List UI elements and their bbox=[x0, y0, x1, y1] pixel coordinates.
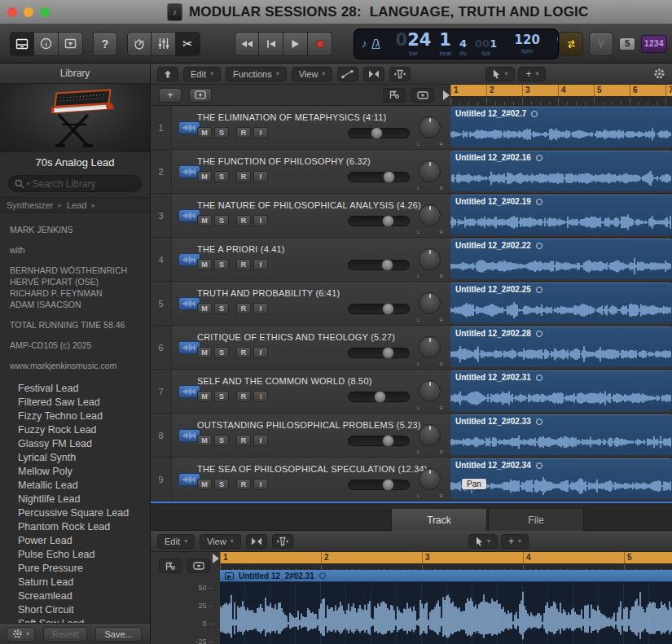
solo-button[interactable]: S bbox=[214, 303, 229, 314]
volume-slider[interactable] bbox=[348, 480, 410, 490]
record-enable-button[interactable]: R bbox=[236, 303, 251, 314]
region-play-icon[interactable]: ▶ bbox=[225, 572, 234, 580]
solo-button[interactable]: S bbox=[214, 127, 229, 138]
track-row[interactable]: 2 THE FUNCTION OF PHILOSOPHY (6.32) M S … bbox=[151, 150, 672, 194]
volume-slider-knob[interactable] bbox=[382, 479, 394, 491]
input-monitoring-button[interactable]: I bbox=[253, 435, 268, 446]
volume-slider[interactable] bbox=[348, 392, 410, 402]
track-row[interactable]: 6 CRITIQUE OF ETHICS AND THEOLOGY (5.27)… bbox=[151, 326, 672, 370]
track-name[interactable]: THE NATURE OF PHILOSOPHICAL ANALYSIS (4.… bbox=[197, 200, 421, 210]
duplicate-track-button[interactable] bbox=[189, 88, 212, 103]
pan-knob[interactable]: L R bbox=[419, 292, 441, 314]
input-monitoring-button[interactable]: I bbox=[253, 259, 268, 270]
automation-button[interactable] bbox=[337, 67, 358, 81]
audio-region[interactable]: Untitled 12_2#02.7 bbox=[450, 107, 672, 147]
track-name[interactable]: TRUTH AND PROBABILITY (6:41) bbox=[197, 288, 340, 298]
volume-slider-knob[interactable] bbox=[374, 391, 386, 403]
library-list-item[interactable]: Phantom Rock Lead bbox=[18, 520, 150, 534]
close-button[interactable] bbox=[7, 7, 17, 17]
library-list-item[interactable]: Nightlife Lead bbox=[18, 493, 150, 506]
track-row[interactable]: 5 TRUTH AND PROBABILITY (6:41) M S R I L… bbox=[151, 282, 672, 326]
library-list-item[interactable]: Mellow Poly bbox=[18, 465, 150, 479]
audio-region[interactable]: Untitled 12_2#02.16 bbox=[450, 151, 672, 191]
revert-button[interactable]: Revert bbox=[43, 627, 87, 642]
input-monitoring-button[interactable]: I bbox=[253, 479, 268, 490]
library-list-item[interactable]: Pure Pressure bbox=[18, 562, 150, 576]
volume-slider[interactable] bbox=[348, 128, 410, 138]
mute-button[interactable]: M bbox=[197, 215, 212, 226]
edit-menu[interactable]: Edit▾ bbox=[183, 67, 221, 81]
audio-region[interactable]: Untitled 12_2#02.28 bbox=[450, 326, 672, 367]
library-list-item[interactable]: Saturn Lead bbox=[18, 576, 150, 589]
mute-button[interactable]: M bbox=[197, 259, 212, 270]
zoom-button[interactable] bbox=[40, 7, 50, 17]
volume-slider-knob[interactable] bbox=[382, 215, 394, 227]
volume-slider-knob[interactable] bbox=[382, 347, 394, 359]
smart-controls-button[interactable] bbox=[127, 32, 152, 56]
functions-menu[interactable]: Functions▾ bbox=[226, 67, 287, 81]
volume-slider-knob[interactable] bbox=[382, 303, 394, 315]
track-row[interactable]: 7 SELF AND THE COMMON WORLD (8.50) M S R… bbox=[151, 370, 672, 414]
volume-slider-knob[interactable] bbox=[383, 171, 395, 183]
search-input[interactable] bbox=[33, 178, 130, 190]
mute-button[interactable]: M bbox=[197, 347, 212, 358]
pan-knob[interactable]: L R bbox=[419, 116, 441, 138]
save-button[interactable]: Save... bbox=[95, 627, 141, 642]
tuner-button[interactable] bbox=[589, 32, 613, 56]
search-filter-chevron[interactable]: ▾ bbox=[27, 181, 30, 187]
record-enable-button[interactable]: R bbox=[236, 479, 251, 490]
record-enable-button[interactable]: R bbox=[236, 171, 251, 182]
tab-track[interactable]: Track bbox=[391, 509, 487, 531]
editors-button[interactable]: ✂ bbox=[176, 32, 200, 56]
editor-view-menu[interactable]: View▾ bbox=[200, 534, 241, 549]
audio-region[interactable]: Untitled 12_2#02.19 bbox=[450, 195, 672, 235]
cycle-range-band[interactable]: 1234567 bbox=[450, 85, 672, 96]
minimize-button[interactable] bbox=[24, 7, 33, 17]
pan-knob[interactable]: L R bbox=[419, 204, 441, 226]
track-zoom-collapse-button[interactable] bbox=[411, 88, 434, 103]
command-click-tool-menu[interactable]: + ▾ bbox=[518, 67, 546, 81]
library-list-item[interactable]: Lyrical Synth bbox=[18, 451, 150, 465]
audio-region[interactable]: Untitled 12_2#02.25 bbox=[450, 283, 672, 323]
editor-region-header[interactable]: ▶ Untitled 12_2#02.31 bbox=[220, 570, 672, 582]
editor-flag-button[interactable] bbox=[159, 559, 182, 573]
audio-region[interactable]: Untitled 12_2#02.31 bbox=[450, 370, 672, 411]
record-enable-button[interactable]: R bbox=[236, 127, 251, 138]
editor-pointer-tool-menu[interactable]: ▾ bbox=[468, 534, 498, 549]
track-settings-gear-button[interactable] bbox=[653, 68, 665, 80]
library-list-item[interactable]: Festival Lead bbox=[18, 382, 150, 396]
record-button[interactable] bbox=[308, 32, 332, 56]
master-solo-button[interactable]: S bbox=[619, 37, 635, 50]
record-enable-button[interactable]: R bbox=[236, 435, 251, 446]
track-name[interactable]: OUTSTANDING PHILOSOPHICAL PROBLEMS (5.23… bbox=[197, 420, 421, 430]
audio-region[interactable]: Untitled 12_2#02.22 bbox=[450, 239, 672, 279]
solo-button[interactable]: S bbox=[214, 215, 229, 226]
mute-button[interactable]: M bbox=[197, 435, 212, 446]
pan-knob[interactable]: L R bbox=[419, 336, 441, 358]
track-name[interactable]: THE SEA OF PHILOSOPHICAL SPECULATION (12… bbox=[197, 464, 428, 474]
region-loop-icon[interactable] bbox=[536, 331, 542, 337]
mute-button[interactable]: M bbox=[197, 127, 212, 138]
playhead-marker[interactable] bbox=[443, 90, 450, 100]
solo-button[interactable]: S bbox=[214, 259, 229, 270]
volume-slider[interactable] bbox=[348, 216, 410, 226]
track-row[interactable]: 4 THE A PRIORI (4.41) M S R I L R Untitl… bbox=[151, 238, 672, 282]
solo-button[interactable]: S bbox=[214, 435, 229, 446]
audio-region[interactable]: Untitled 12_2#02.33 bbox=[450, 414, 672, 455]
library-list-item[interactable]: Power Lead bbox=[18, 534, 150, 548]
region-loop-icon[interactable] bbox=[536, 243, 542, 249]
solo-button[interactable]: S bbox=[214, 171, 229, 182]
mute-button[interactable]: M bbox=[197, 303, 212, 314]
catch-playhead-button[interactable] bbox=[389, 67, 411, 81]
record-enable-button[interactable]: R bbox=[236, 215, 251, 226]
pan-knob[interactable]: L R bbox=[419, 380, 441, 402]
audio-region[interactable]: Untitled 12_2#02.34 Pan bbox=[450, 458, 672, 499]
library-list-item[interactable]: Metallic Lead bbox=[18, 479, 150, 493]
help-button[interactable]: ? bbox=[93, 32, 117, 56]
library-toggle-button[interactable] bbox=[10, 32, 34, 56]
input-monitoring-button[interactable]: I bbox=[253, 171, 268, 182]
volume-slider-knob[interactable] bbox=[382, 435, 394, 447]
volume-slider[interactable] bbox=[348, 436, 410, 446]
region-loop-icon[interactable] bbox=[531, 111, 538, 117]
input-monitoring-button[interactable]: I bbox=[253, 303, 268, 314]
